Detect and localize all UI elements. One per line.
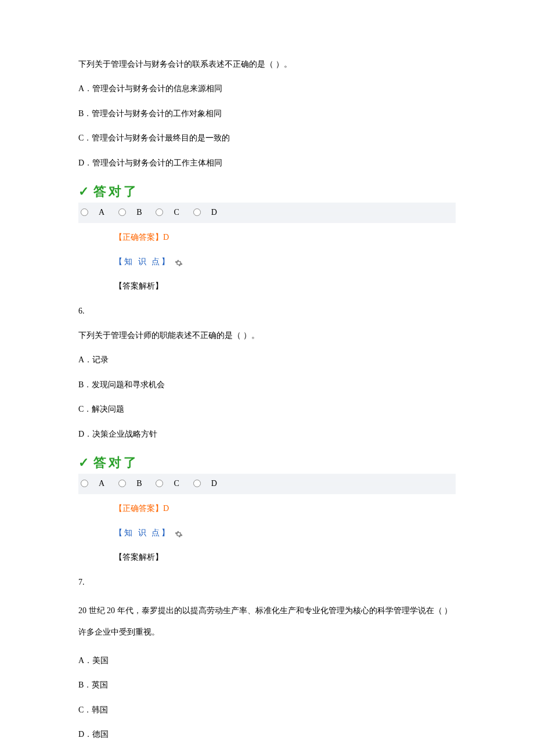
radio-icon <box>193 208 201 216</box>
correct-answer-value: D <box>163 233 169 242</box>
radio-d[interactable]: D <box>193 206 217 219</box>
gear-icon[interactable] <box>175 530 183 538</box>
checkmark-icon: ✓ <box>78 181 89 201</box>
analysis-line: 【答案解析】 <box>114 280 456 293</box>
radio-b[interactable]: B <box>118 477 142 490</box>
knowledge-line: 【知 识 点】 <box>114 255 456 268</box>
question-text: 下列关于管理会计师的职能表述不正确的是（ ）。 <box>78 329 456 342</box>
radio-c[interactable]: C <box>156 206 179 219</box>
analysis-label: 【答案解析】 <box>114 282 163 290</box>
option-a: A．管理会计与财务会计的信息来源相同 <box>78 82 456 95</box>
question-number: 6. <box>78 305 456 318</box>
correct-text: 答对了 <box>93 452 139 473</box>
answer-block: 【正确答案】D 【知 识 点】 【答案解析】 <box>78 502 456 564</box>
analysis-label: 【答案解析】 <box>114 553 163 561</box>
radio-icon <box>193 480 201 487</box>
option-b: B．发现问题和寻求机会 <box>78 379 456 391</box>
correct-banner: ✓ 答对了 <box>78 452 456 473</box>
option-b: B．英国 <box>78 679 456 692</box>
correct-answer-line: 【正确答案】D <box>114 502 456 515</box>
radio-row: A B C D <box>78 203 456 222</box>
radio-label: D <box>211 477 217 490</box>
correct-answer-label: 【正确答案】 <box>114 233 163 242</box>
radio-a[interactable]: A <box>81 206 104 219</box>
option-a: A．美国 <box>78 654 456 667</box>
option-d: D．管理会计与财务会计的工作主体相同 <box>78 157 456 170</box>
option-d: D．德国 <box>78 728 456 741</box>
option-d: D．决策企业战略方针 <box>78 428 456 441</box>
radio-label: C <box>174 477 179 490</box>
radio-icon <box>156 480 163 487</box>
radio-row: A B C D <box>78 474 456 494</box>
analysis-line: 【答案解析】 <box>114 551 456 564</box>
question-number: 7. <box>78 576 456 589</box>
question-6: 6. 下列关于管理会计师的职能表述不正确的是（ ）。 A．记录 B．发现问题和寻… <box>78 305 456 564</box>
radio-a[interactable]: A <box>81 477 104 490</box>
answer-block: 【正确答案】D 【知 识 点】 【答案解析】 <box>78 231 456 293</box>
question-text: 下列关于管理会计与财务会计的联系表述不正确的是（ ）。 <box>78 58 456 71</box>
question-7: 7. 20 世纪 20 年代，泰罗提出的以提高劳动生产率、标准化生产和专业化管理… <box>78 576 456 741</box>
radio-icon <box>118 208 126 216</box>
correct-answer-line: 【正确答案】D <box>114 231 456 244</box>
correct-answer-label: 【正确答案】 <box>114 504 163 513</box>
option-c: C．韩国 <box>78 704 456 717</box>
radio-b[interactable]: B <box>118 206 142 219</box>
radio-icon <box>81 208 88 216</box>
correct-answer-value: D <box>163 504 169 513</box>
option-c: C．解决问题 <box>78 403 456 416</box>
gear-icon[interactable] <box>175 258 183 267</box>
option-c: C．管理会计与财务会计最终目的是一致的 <box>78 132 456 145</box>
question-5: 下列关于管理会计与财务会计的联系表述不正确的是（ ）。 A．管理会计与财务会计的… <box>78 58 456 293</box>
option-b: B．管理会计与财务会计的工作对象相同 <box>78 107 456 120</box>
knowledge-label: 【知 识 点】 <box>114 528 171 537</box>
radio-label: D <box>211 206 217 219</box>
correct-text: 答对了 <box>93 181 139 201</box>
radio-label: B <box>136 477 142 490</box>
radio-icon <box>156 208 163 216</box>
radio-label: A <box>99 206 104 219</box>
radio-icon <box>81 480 88 487</box>
checkmark-icon: ✓ <box>78 452 89 473</box>
radio-icon <box>118 480 126 487</box>
correct-banner: ✓ 答对了 <box>78 181 456 201</box>
question-text: 20 世纪 20 年代，泰罗提出的以提高劳动生产率、标准化生产和专业化管理为核心… <box>78 600 456 643</box>
radio-label: B <box>136 206 142 219</box>
radio-label: A <box>99 477 104 490</box>
option-a: A．记录 <box>78 354 456 366</box>
knowledge-label: 【知 识 点】 <box>114 257 171 266</box>
radio-d[interactable]: D <box>193 477 217 490</box>
knowledge-line: 【知 识 点】 <box>114 527 456 539</box>
radio-c[interactable]: C <box>156 477 179 490</box>
radio-label: C <box>174 206 179 219</box>
